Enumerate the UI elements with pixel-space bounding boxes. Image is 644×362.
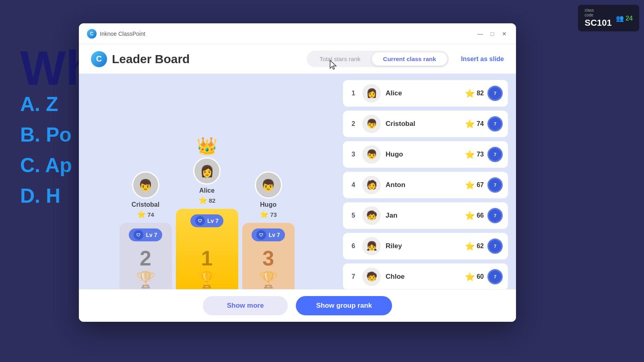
second-stars: ⭐ 74 [137,210,154,219]
maximize-button[interactable]: □ [489,30,496,37]
second-level-badge: 🛡 Lv 7 [129,228,162,241]
lb-name-1: Alice [386,89,460,97]
table-row: 1 👩 Alice ⭐ 82 7 [343,80,508,107]
lb-level-badge-2: 7 [489,117,502,130]
class-code-label: classcode [584,8,611,18]
second-level-icon: 🛡 [134,230,143,240]
podium-area: 👦 Cristobal ⭐ 74 🛡 Lv 7 2 🏆 [79,74,335,289]
crown-icon: 👑 [196,136,217,156]
third-stars: ⭐ 73 [260,210,277,219]
lb-rank-3: 3 [349,151,357,158]
lb-avatar-3: 👦 [362,145,381,164]
podium-contestants: 👦 Cristobal ⭐ 74 🛡 Lv 7 2 🏆 [87,136,327,289]
second-name: Cristobal [132,201,159,208]
lb-name-7: Chloe [386,273,460,281]
insert-slide-button[interactable]: Insert as slide [461,56,504,63]
tab-current-class[interactable]: Current class rank [372,52,448,66]
lb-avatar-5: 🧒 [362,206,381,225]
lb-stars-3: ⭐ 73 [465,150,484,159]
third-rank-number: 3 [262,246,274,270]
lb-avatar-2: 👦 [362,115,381,133]
show-group-rank-button[interactable]: Show group rank [296,296,392,315]
table-row: 5 🧒 Jan ⭐ 66 7 [343,202,508,229]
app-icon: C [87,29,97,39]
second-trophy-icon: 🏆 [136,270,156,289]
class-code-value: SC101 [584,18,611,28]
lb-name-2: Cristobal [386,120,460,128]
show-more-button[interactable]: Show more [203,296,288,315]
lb-level-badge-6: 7 [489,240,502,253]
third-trophy-icon: 🏆 [258,270,279,289]
lb-rank-2: 2 [349,120,357,128]
lb-avatar-4: 🧑 [362,176,381,194]
lb-stars-4: ⭐ 67 [465,180,484,190]
lb-name-4: Anton [386,181,460,189]
lb-rank-5: 5 [349,212,357,219]
lb-level-badge-1: 7 [489,87,502,100]
tab-group: Total stars rank Current class rank [307,51,449,67]
title-bar: C Inknoe ClassPoint — □ ✕ [79,23,516,44]
lb-stars-2: ⭐ 74 [465,119,484,129]
header: C Leader Board Total stars rank Current … [79,44,516,74]
tab-total-stars[interactable]: Total stars rank [308,52,372,66]
lb-name-5: Jan [386,212,460,220]
lb-avatar-7: 🧒 [362,267,381,286]
table-row: 6 👧 Riley ⭐ 62 7 [343,233,508,259]
podium-card-first: 🛡 Lv 7 1 🏆 [176,209,238,289]
lb-rank-6: 6 [349,243,357,250]
header-logo: C [91,51,107,67]
lb-rank-7: 7 [349,273,357,280]
lb-level-badge-3: 7 [489,148,502,161]
table-row: 3 👦 Hugo ⭐ 73 7 [343,141,508,168]
lb-stars-7: ⭐ 60 [465,272,484,282]
table-row: 2 👦 Cristobal ⭐ 74 7 [343,111,508,137]
lb-name-6: Riley [386,242,460,250]
first-level-badge: 🛡 Lv 7 [190,214,223,227]
close-button[interactable]: ✕ [501,30,508,37]
lb-stars-6: ⭐ 62 [465,241,484,251]
lb-level-badge-4: 7 [489,179,502,191]
lb-avatar-1: 👩 [362,84,381,103]
student-count: 👥 24 [616,14,633,22]
content-area: 👦 Cristobal ⭐ 74 🛡 Lv 7 2 🏆 [79,74,516,289]
minimize-button[interactable]: — [477,30,484,37]
header-title: Leader Board [112,52,307,66]
lb-rank-1: 1 [349,90,357,97]
third-level-icon: 🛡 [256,230,266,240]
window-controls: — □ ✕ [477,30,508,37]
first-name: Alice [199,187,215,194]
third-level-badge: 🛡 Lv 7 [252,228,285,241]
footer: Show more Show group rank [79,289,516,322]
leaderboard-list: 1 👩 Alice ⭐ 82 7 2 👦 Cristobal ⭐ 74 7 3 … [335,74,516,289]
lb-level-badge-5: 7 [489,209,502,222]
first-level-icon: 🛡 [195,216,205,226]
class-code-bar: classcode SC101 👥 24 [578,5,639,31]
lb-level-badge-7: 7 [489,270,502,283]
podium-card-second: 🛡 Lv 7 2 🏆 [120,223,172,289]
slide-option-c: C. Ap [20,154,72,177]
first-stars: ⭐ 82 [198,196,216,205]
third-name: Hugo [260,201,277,208]
podium-card-third: 🛡 Lv 7 3 🏆 [242,223,295,289]
slide-option-d: D. H [20,184,72,208]
slide-option-b: B. Po [20,123,72,146]
table-row: 4 🧑 Anton ⭐ 67 7 [343,172,508,198]
app-name: Inknoe ClassPoint [100,31,477,37]
lb-avatar-6: 👧 [362,237,381,255]
second-avatar: 👦 [132,171,159,199]
slide-option-a: A. Z [20,93,72,116]
lb-rank-4: 4 [349,181,357,189]
slide-options: A. Z B. Po C. Ap D. H [20,93,72,208]
leaderboard-modal: C Inknoe ClassPoint — □ ✕ C Leader Board… [79,23,516,322]
first-avatar: 👩 [193,157,221,185]
lb-name-3: Hugo [386,150,460,158]
first-rank-number: 1 [201,246,213,270]
table-row: 7 🧒 Chloe ⭐ 60 7 [343,263,508,289]
lb-stars-5: ⭐ 66 [465,211,484,220]
first-trophy-icon: 🏆 [197,270,217,289]
second-rank-number: 2 [140,246,151,270]
third-avatar: 👦 [255,171,282,199]
class-code-label-text: classcode SC101 [584,8,611,28]
lb-stars-1: ⭐ 82 [465,88,484,98]
